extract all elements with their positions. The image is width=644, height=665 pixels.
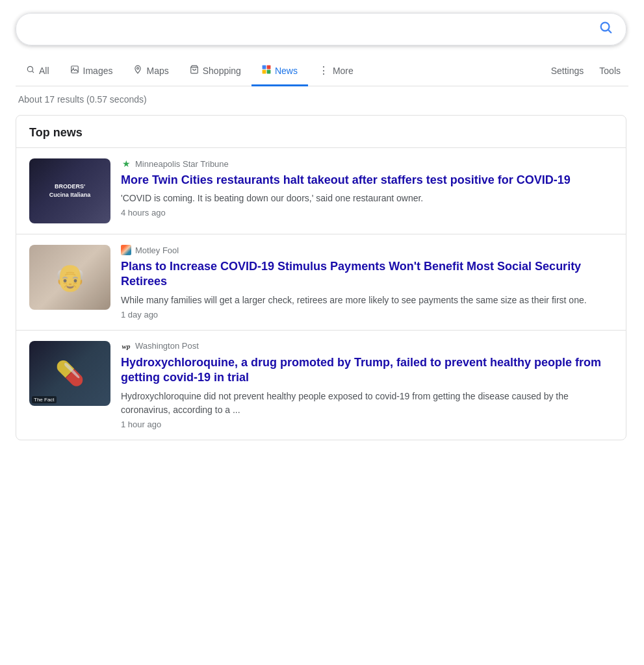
- svg-rect-8: [262, 65, 266, 69]
- search-input[interactable]: COVID: [29, 23, 599, 36]
- search-icon[interactable]: [599, 20, 613, 38]
- svg-line-1: [608, 30, 611, 32]
- tab-maps-label: Maps: [146, 66, 168, 76]
- news-content-2: Motley Fool Plans to Increase COVID-19 S…: [121, 245, 613, 320]
- shopping-tab-icon: [190, 65, 199, 77]
- news-source-row-2: Motley Fool: [121, 245, 613, 255]
- more-tab-icon: ⋮: [318, 64, 329, 77]
- news-content-1: ★ Minneapolis Star Tribune More Twin Cit…: [121, 158, 613, 218]
- thumb-label-3: The Fact: [32, 396, 57, 403]
- svg-point-5: [73, 68, 74, 69]
- tab-shopping[interactable]: Shopping: [179, 57, 251, 86]
- news-snippet-1: 'COVID is coming. It is beating down our…: [121, 192, 613, 205]
- news-time-3: 1 hour ago: [121, 420, 613, 429]
- source-icon-3: wp: [121, 341, 131, 351]
- news-time-2: 1 day ago: [121, 310, 613, 320]
- tab-all-label: All: [39, 66, 49, 76]
- images-tab-icon: [70, 65, 79, 77]
- tab-images[interactable]: Images: [60, 57, 123, 86]
- source-icon-2: [121, 245, 131, 255]
- news-source-row-1: ★ Minneapolis Star Tribune: [121, 158, 613, 169]
- news-title-2[interactable]: Plans to Increase COVID-19 Stimulus Paym…: [121, 259, 613, 290]
- top-news-card: Top news ★ Minneapolis Star Tribune More…: [16, 115, 626, 440]
- news-title-3[interactable]: Hydroxychloroquine, a drug promoted by T…: [121, 355, 613, 386]
- nav-tabs: All Images Maps Shopping: [16, 56, 628, 86]
- source-name-2: Motley Fool: [135, 245, 179, 255]
- tab-maps[interactable]: Maps: [123, 57, 179, 86]
- settings-link[interactable]: Settings: [543, 58, 592, 84]
- news-thumb-2: [29, 245, 110, 310]
- tab-more[interactable]: ⋮ More: [308, 56, 364, 86]
- tab-more-label: More: [333, 66, 354, 76]
- svg-point-6: [137, 67, 139, 69]
- source-icon-1: ★: [121, 158, 131, 169]
- news-item-1: ★ Minneapolis Star Tribune More Twin Cit…: [16, 148, 626, 234]
- tools-link[interactable]: Tools: [591, 58, 628, 84]
- svg-rect-10: [262, 69, 266, 73]
- news-item-3: The Fact wp Washington Post Hydroxychlor…: [16, 331, 626, 440]
- search-tab-icon: [26, 65, 35, 77]
- search-bar: COVID: [16, 13, 626, 45]
- news-thumb-1: [29, 158, 110, 223]
- news-snippet-2: While many families will get a larger ch…: [121, 294, 613, 307]
- news-time-1: 4 hours ago: [121, 208, 613, 218]
- news-item-2: Motley Fool Plans to Increase COVID-19 S…: [16, 234, 626, 331]
- news-tab-icon: [262, 65, 271, 77]
- tab-news-label: News: [275, 66, 298, 76]
- svg-rect-11: [266, 69, 270, 73]
- tab-shopping-label: Shopping: [203, 66, 241, 76]
- maps-tab-icon: [133, 65, 142, 77]
- source-name-1: Minneapolis Star Tribune: [135, 159, 229, 169]
- tab-images-label: Images: [83, 66, 113, 76]
- news-source-row-3: wp Washington Post: [121, 341, 613, 351]
- top-news-header: Top news: [16, 116, 626, 148]
- results-info: About 17 results (0.57 seconds): [16, 94, 628, 105]
- news-thumb-3: The Fact: [29, 341, 110, 406]
- tab-all[interactable]: All: [16, 57, 60, 86]
- svg-rect-9: [266, 65, 270, 69]
- news-title-1[interactable]: More Twin Cities restaurants halt takeou…: [121, 173, 613, 188]
- tab-news[interactable]: News: [251, 57, 308, 86]
- svg-line-3: [32, 71, 33, 72]
- news-snippet-3: Hydroxychloroquine did not prevent healt…: [121, 390, 613, 417]
- source-name-3: Washington Post: [135, 341, 199, 351]
- news-content-3: wp Washington Post Hydroxychloroquine, a…: [121, 341, 613, 429]
